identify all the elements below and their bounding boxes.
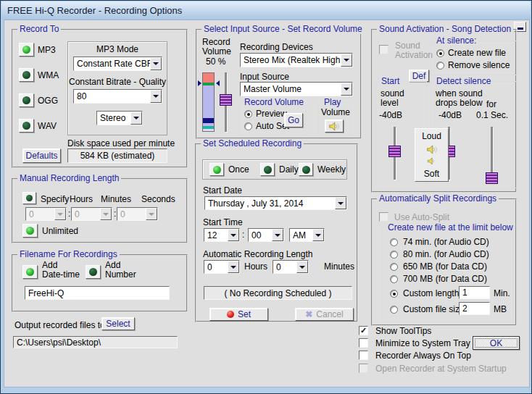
sound-activation-title: Sound Activation - Song Detection <box>377 25 513 34</box>
app-window: FREE Hi-Q Recorder - Recording Options R… <box>0 0 532 394</box>
play-volume-subgroup: Play Volume <box>318 102 352 136</box>
start-time-label: Start Time <box>203 218 243 227</box>
seconds-select: 0 <box>117 207 158 221</box>
chevron-down-icon[interactable] <box>272 229 283 241</box>
add-datetime-button[interactable] <box>22 265 38 279</box>
at-silence-title: At silence: <box>434 36 478 46</box>
input-source-select[interactable]: Master Volume <box>240 82 353 96</box>
led-off-icon <box>89 268 97 276</box>
minimize-tray-label: Minimize to System Tray <box>375 339 470 348</box>
auto-split-group: Automatically Split Recordings Use Auto-… <box>371 198 517 326</box>
select-folder-button[interactable]: Select <box>101 317 135 330</box>
ok-button[interactable]: OK <box>473 336 520 350</box>
schedule-title: Set Scheduled Recording <box>201 139 304 148</box>
once-button[interactable] <box>209 163 224 176</box>
custom-size-label: Custom file size <box>403 305 465 314</box>
show-tooltips-checkbox[interactable]: ✓ <box>359 326 368 335</box>
add-number-button[interactable] <box>86 265 101 279</box>
schedule-mode-panel: Once Daily Weekly <box>202 159 347 180</box>
limit-700mb-radio[interactable] <box>390 275 398 283</box>
mp3-mode-select[interactable]: Constant Rate CBR <box>73 56 162 71</box>
speaker-icon <box>328 122 340 131</box>
open-at-startup-label: Open Recorder at System Startup <box>375 364 507 374</box>
record-volume-group-title: Record Volume <box>242 98 306 107</box>
minutes-select: 0 <box>71 207 112 221</box>
recording-devices-label: Recording Devices <box>240 43 313 52</box>
daily-button[interactable] <box>260 163 275 176</box>
auto-length-hours-label: Hours <box>244 262 267 272</box>
start-level-slider-thumb[interactable] <box>388 146 401 157</box>
chevron-down-icon <box>54 208 66 220</box>
limit-80min-radio[interactable] <box>390 251 398 259</box>
sound-activation-group: Sound Activation - Song Detection Sound … <box>371 29 517 193</box>
go-button[interactable]: Go <box>284 113 303 127</box>
record-dot-icon <box>227 311 234 318</box>
record-volume-slider-thumb[interactable] <box>220 94 232 106</box>
chevron-down-icon[interactable] <box>150 90 162 103</box>
chevron-down-icon[interactable] <box>341 83 352 96</box>
limit-74min-label: 74 min. (for Audio CD) <box>403 238 489 247</box>
format-mp3-button[interactable] <box>19 43 34 56</box>
custom-length-input[interactable] <box>459 286 490 299</box>
duration-slider-thumb[interactable] <box>486 172 498 184</box>
speaker-loud-icon[interactable] <box>426 145 438 154</box>
chevron-down-icon[interactable] <box>312 229 324 241</box>
auto-split-title: Automatically Split Recordings <box>377 194 499 204</box>
weekly-button[interactable] <box>299 163 313 176</box>
channels-select[interactable]: Stereo <box>96 111 143 125</box>
open-at-startup-checkbox <box>359 364 368 373</box>
preview-radio[interactable] <box>244 110 252 118</box>
mp3-settings-panel: MP3 Mode Constant Rate CBR Constant Bitr… <box>67 41 167 135</box>
auto-length-minutes-label: Minutes <box>324 262 354 272</box>
disk-space-label: Disk space used per minute <box>67 139 167 148</box>
minimize-tray-checkbox[interactable] <box>359 338 368 348</box>
unlimited-button[interactable] <box>22 224 38 238</box>
create-new-file-radio[interactable] <box>436 49 444 57</box>
chevron-down-icon[interactable] <box>228 261 239 273</box>
chevron-down-icon[interactable] <box>150 57 162 70</box>
led-off-icon <box>264 166 272 174</box>
bitrate-select[interactable]: 80 <box>73 89 162 104</box>
chevron-down-icon[interactable] <box>296 261 308 273</box>
custom-size-input[interactable] <box>459 302 490 315</box>
recording-devices-select[interactable]: Stereo Mix (Realtek High De <box>240 53 353 67</box>
for-label: for <box>486 100 496 109</box>
speaker-soft-icon[interactable] <box>427 157 436 165</box>
auto-length-hours-select[interactable]: 0 <box>204 260 240 274</box>
def-button[interactable]: Def <box>409 70 429 82</box>
filename-input[interactable] <box>25 286 170 300</box>
start-ampm-select[interactable]: AM <box>289 228 325 242</box>
chevron-down-icon[interactable] <box>228 229 239 241</box>
preview-label: Preview <box>256 109 287 119</box>
format-wma-button[interactable] <box>19 68 34 82</box>
format-wav-button[interactable] <box>19 119 34 133</box>
led-off-icon <box>302 166 310 174</box>
limit-74min-radio[interactable] <box>390 238 398 246</box>
set-schedule-button[interactable]: Set <box>209 308 268 321</box>
always-on-top-checkbox[interactable] <box>359 351 368 360</box>
remove-silence-radio[interactable] <box>436 62 444 70</box>
chevron-down-icon[interactable] <box>341 54 352 67</box>
start-date-select[interactable]: Thursday , July 31, 2014 <box>204 196 347 210</box>
chevron-down-icon[interactable] <box>335 197 346 209</box>
auto-length-minutes-select[interactable]: 0 <box>273 260 309 274</box>
specify-button[interactable] <box>22 192 36 204</box>
limit-650mb-radio[interactable] <box>390 263 398 271</box>
checkmark-icon: ✓ <box>360 327 367 335</box>
custom-size-radio[interactable] <box>390 306 398 314</box>
led-off-icon <box>22 122 30 130</box>
chevron-down-icon[interactable] <box>130 112 142 125</box>
start-minute-select[interactable]: 00 <box>248 228 284 242</box>
play-volume-button[interactable] <box>325 120 344 133</box>
defaults-button[interactable]: Defaults <box>22 148 61 163</box>
start-level-value: -40dB <box>379 111 402 120</box>
output-path-field[interactable]: C:\Users\psi\Desktop\ <box>13 336 178 348</box>
format-ogg-button[interactable] <box>19 93 34 107</box>
autoset-radio[interactable] <box>244 122 252 130</box>
limit-700mb-label: 700 MB (for Data CD) <box>403 274 487 284</box>
manual-length-group: Manual Recording Length Specify Hours Mi… <box>12 178 188 243</box>
limit-subgroup: Create new file at the limit below 74 mi… <box>382 227 514 322</box>
start-hour-select[interactable]: 12 <box>204 228 240 242</box>
led-on-icon <box>22 46 30 54</box>
custom-length-radio[interactable] <box>390 290 398 298</box>
